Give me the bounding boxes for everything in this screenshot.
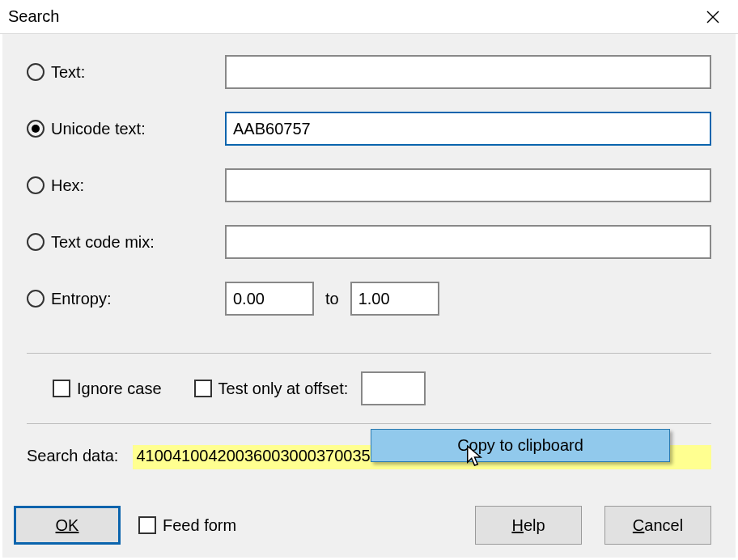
close-button[interactable] bbox=[696, 1, 730, 33]
ok-button[interactable]: OK bbox=[14, 506, 121, 545]
checkbox-icon bbox=[138, 516, 156, 534]
checkbox-icon bbox=[53, 380, 70, 397]
radio-textcodemix[interactable]: Text code mix: bbox=[27, 233, 225, 252]
radio-entropy[interactable]: Entropy: bbox=[27, 290, 225, 308]
window-title: Search bbox=[8, 7, 59, 26]
label-unicode: Unicode text: bbox=[51, 120, 146, 138]
label-textcodemix: Text code mix: bbox=[51, 233, 155, 252]
radio-icon bbox=[27, 63, 45, 81]
label-text: Text: bbox=[51, 63, 85, 82]
options-row: Ignore case Test only at offset: bbox=[53, 371, 711, 405]
entropy-inputs: to bbox=[225, 282, 439, 316]
radio-icon bbox=[27, 290, 45, 308]
check-test-offset[interactable]: Test only at offset: bbox=[194, 371, 426, 405]
input-text[interactable] bbox=[225, 55, 711, 89]
cancel-button[interactable]: Cancel bbox=[604, 506, 711, 545]
row-entropy: Entropy: to bbox=[27, 282, 711, 316]
input-textcodemix[interactable] bbox=[225, 225, 711, 259]
label-ignore-case: Ignore case bbox=[77, 380, 162, 398]
search-dialog: Search Text: Unicode text: Hex: bbox=[0, 0, 738, 560]
radio-icon bbox=[27, 233, 45, 251]
input-entropy-to[interactable] bbox=[350, 282, 439, 316]
label-feed-form: Feed form bbox=[163, 516, 236, 535]
row-unicode: Unicode text: bbox=[27, 112, 711, 146]
radio-icon bbox=[27, 120, 45, 138]
label-hex: Hex: bbox=[51, 176, 84, 195]
context-menu-copy[interactable]: Copy to clipboard bbox=[371, 429, 670, 462]
input-hex[interactable] bbox=[225, 168, 711, 202]
radio-icon bbox=[27, 176, 45, 194]
row-textcodemix: Text code mix: bbox=[27, 225, 711, 259]
divider-2 bbox=[27, 423, 711, 424]
context-menu-copy-label: Copy to clipboard bbox=[457, 436, 583, 454]
close-icon bbox=[706, 11, 719, 23]
divider-1 bbox=[27, 353, 711, 354]
check-feed-form[interactable]: Feed form bbox=[138, 516, 236, 535]
label-test-offset: Test only at offset: bbox=[218, 380, 349, 398]
row-text: Text: bbox=[27, 55, 711, 89]
radio-unicode[interactable]: Unicode text: bbox=[27, 120, 225, 138]
label-entropy: Entropy: bbox=[51, 290, 111, 308]
input-test-offset[interactable] bbox=[361, 371, 426, 405]
checkbox-icon bbox=[194, 380, 212, 397]
radio-hex[interactable]: Hex: bbox=[27, 176, 225, 195]
search-data-label: Search data: bbox=[27, 445, 118, 465]
client-area: Text: Unicode text: Hex: Text code mix: bbox=[2, 34, 736, 558]
label-to: to bbox=[325, 290, 339, 308]
input-unicode[interactable] bbox=[225, 112, 711, 146]
check-ignore-case[interactable]: Ignore case bbox=[53, 380, 162, 398]
help-button[interactable]: Help bbox=[475, 506, 582, 545]
titlebar: Search bbox=[0, 0, 738, 34]
radio-text[interactable]: Text: bbox=[27, 63, 225, 82]
row-hex: Hex: bbox=[27, 168, 711, 202]
button-row: OK Feed form Help Cancel bbox=[14, 506, 711, 545]
input-entropy-from[interactable] bbox=[225, 282, 314, 316]
